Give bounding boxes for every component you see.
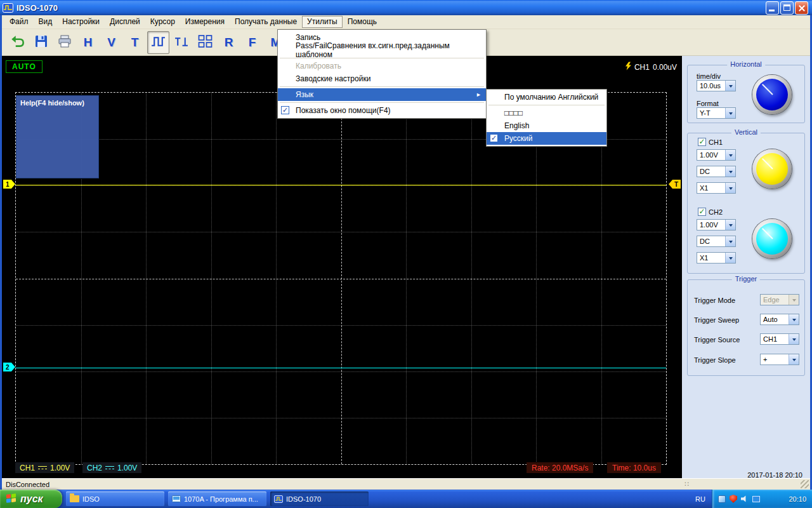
ch2-position-knob[interactable] — [752, 219, 792, 258]
volume-icon[interactable] — [741, 495, 749, 502]
start-button-label: пуск — [20, 493, 43, 505]
ch1-position-marker[interactable]: 1 — [3, 180, 15, 189]
taskbar-item-idso-folder[interactable]: IDSO — [66, 491, 164, 506]
close-button[interactable] — [795, 1, 808, 15]
resize-grip[interactable] — [801, 480, 809, 488]
menu-item-english[interactable]: English — [487, 119, 606, 132]
quad-display-button[interactable] — [194, 31, 216, 54]
menu-check-icon: ✓ — [281, 106, 289, 114]
trigger-slope-select[interactable]: + — [760, 354, 799, 365]
horizontal-group: Horizontal time/div 10.0us Format Y-T — [687, 65, 805, 123]
menu-settings[interactable]: Настройки — [57, 16, 105, 28]
menu-item-russian[interactable]: ✓Русский — [487, 132, 606, 145]
trigger-lightning-icon — [625, 62, 631, 72]
fft-button[interactable]: F — [241, 31, 263, 54]
menu-item-passfail[interactable]: Pass/FailСравнения вх.сигн.пред.заданным… — [278, 44, 486, 57]
titlebar[interactable]: IDSO-1070 — [0, 0, 812, 15]
reference-button[interactable]: R — [218, 31, 240, 54]
letter-r-icon: R — [225, 36, 233, 50]
menu-item-factory-settings[interactable]: Заводские настройки — [278, 72, 486, 85]
desktop: IDSO-1070 Файл Вид Настройки Дисплей Кур… — [0, 0, 812, 508]
back-button[interactable] — [6, 31, 29, 54]
menu-cursor[interactable]: Курсор — [145, 16, 180, 28]
print-button[interactable] — [53, 31, 75, 54]
tray-app-icon[interactable] — [718, 495, 726, 503]
language-submenu: По умолчанию Английский □□□□ English ✓Ру… — [486, 89, 607, 147]
menu-view[interactable]: Вид — [34, 16, 58, 28]
ch2-checkbox-label: CH2 — [709, 208, 723, 216]
maximize-button[interactable] — [780, 1, 794, 15]
ch1-probe-select[interactable]: X1 — [697, 182, 736, 194]
menu-item-chinese[interactable]: □□□□ — [487, 107, 606, 119]
vertical-group: Vertical ✓ CH1 1.00V DC X1 ✓ CH2 1.00V D… — [687, 133, 805, 274]
ch1-position-knob[interactable] — [752, 149, 792, 189]
security-shield-icon[interactable] — [730, 495, 737, 503]
splitter-grip[interactable]: ∷ — [684, 480, 690, 488]
format-select[interactable]: Y-T — [697, 107, 736, 119]
ch2-coupling-select[interactable]: DC — [697, 236, 736, 247]
help-overlay-text: Help(F4 hide/show) — [20, 99, 84, 107]
trigger-sweep-label: Trigger Sweep — [694, 316, 739, 324]
vertical-group-title: Vertical — [731, 128, 761, 136]
menu-help[interactable]: Помощь — [343, 16, 382, 28]
menu-utilities[interactable]: Утилиты — [302, 16, 343, 28]
help-overlay: Help(F4 hide/show) — [16, 95, 99, 178]
ch1-coupling-select[interactable]: DC — [697, 166, 736, 177]
trigger-mode-label: Trigger Mode — [694, 297, 735, 304]
tray-clock[interactable]: 20:10 — [789, 495, 806, 503]
statusbar: DisConnected ∷ — [2, 478, 810, 490]
trigger-level-marker[interactable]: T — [669, 180, 681, 189]
app-icon[interactable] — [3, 3, 13, 13]
network-icon[interactable] — [752, 496, 760, 502]
ch1-enable-checkbox[interactable]: ✓ — [698, 138, 706, 146]
menu-item-show-help[interactable]: ✓Показать окно помощи(F4) — [278, 104, 486, 117]
waveform-mode-button[interactable] — [147, 31, 169, 54]
letter-f-icon: F — [249, 36, 256, 50]
letter-h-icon: H — [84, 36, 93, 50]
menu-item-language[interactable]: Язык► — [278, 88, 486, 101]
ch2-probe-select[interactable]: X1 — [697, 252, 736, 264]
timediv-select[interactable]: 10.0us — [697, 80, 736, 91]
language-indicator[interactable]: RU — [689, 495, 712, 503]
level-markers-button[interactable] — [171, 31, 193, 54]
horizontal-knob[interactable] — [752, 75, 792, 114]
taskbar: пуск IDSO 1070A - Программа п... IDSO-10… — [0, 490, 812, 508]
ch1-checkbox-label: CH1 — [709, 138, 723, 146]
menu-separator — [488, 105, 605, 105]
quad-grid-icon — [198, 35, 213, 50]
time-base-label: Time: 10.0us — [607, 462, 661, 473]
minimize-button[interactable] — [766, 1, 779, 15]
trigger-source-select[interactable]: CH1 — [760, 333, 799, 345]
ch1-trace — [16, 185, 666, 185]
ch2-status-label: CH21.00V — [82, 462, 141, 473]
ch2-trace — [16, 368, 666, 368]
trigger-sweep-select[interactable]: Auto — [760, 314, 799, 325]
timediv-label: time/div — [697, 72, 721, 80]
app-window-icon — [172, 495, 181, 503]
trigger-panel-button[interactable]: T — [124, 31, 146, 54]
ch2-position-marker[interactable]: 2 — [3, 363, 15, 371]
horizontal-panel-button[interactable]: H — [77, 31, 99, 54]
taskbar-item-idso-1070[interactable]: IDSO-1070 — [270, 491, 369, 506]
trigger-group: Trigger Trigger Mode Edge Trigger Sweep … — [687, 279, 805, 376]
menu-separator — [280, 102, 484, 103]
center-horizontal-line — [16, 279, 666, 279]
letter-v-icon: V — [107, 36, 115, 50]
ch2-enable-checkbox[interactable]: ✓ — [698, 208, 706, 216]
start-button[interactable]: пуск — [0, 490, 62, 508]
menu-display[interactable]: Дисплей — [105, 16, 145, 28]
menu-acquire[interactable]: Получать данные — [230, 16, 302, 28]
menu-measure[interactable]: Измерения — [180, 16, 230, 28]
save-button[interactable] — [30, 31, 52, 54]
menu-file[interactable]: Файл — [4, 16, 34, 28]
taskbar-item-1070a-program[interactable]: 1070A - Программа п... — [168, 491, 266, 506]
windows-flag-icon — [6, 493, 16, 504]
window-title: IDSO-1070 — [16, 3, 766, 13]
menu-item-default-english[interactable]: По умолчанию Английский — [487, 91, 606, 104]
ch2-volt-select[interactable]: 1.00V — [697, 219, 736, 231]
save-icon — [34, 34, 49, 51]
ch1-volt-select[interactable]: 1.00V — [697, 149, 736, 161]
trigger-readout: CH1 0.00uV — [625, 62, 677, 72]
trigger-mode-select: Edge — [760, 294, 799, 305]
vertical-panel-button[interactable]: V — [100, 31, 122, 54]
